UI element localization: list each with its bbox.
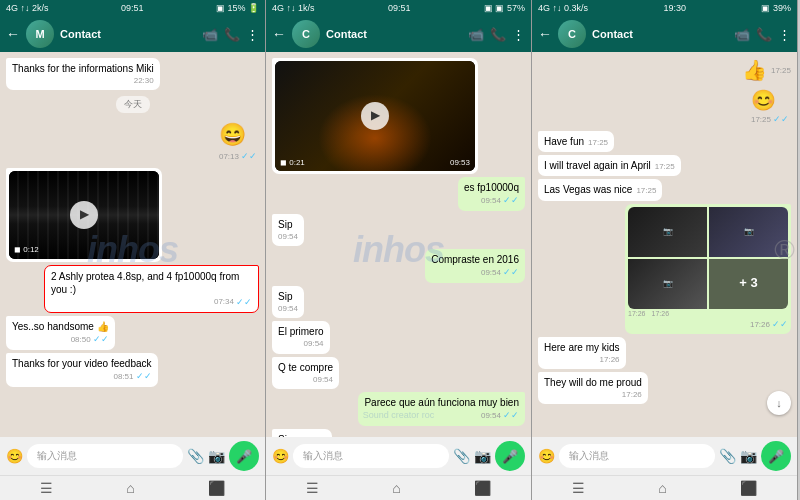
video-time-large: 09:53 (450, 158, 470, 168)
img-cell-plus[interactable]: + 3 (709, 259, 788, 309)
chat-body-1: Thanks for the informations Miki 22:30 今… (0, 52, 265, 437)
back-icon-1[interactable]: ← (6, 26, 20, 42)
play-button-1[interactable]: ▶ (70, 201, 98, 229)
message-input-3[interactable]: 输入消息 (559, 444, 715, 468)
msg-thanks: Thanks for the informations Miki 22:30 (6, 58, 160, 90)
msg-las-vegas-row: Las Vegas was nice 17:25 (544, 183, 656, 196)
back-nav-icon-3[interactable]: ⬛ (740, 480, 757, 496)
msg-time-travel: 17:25 (655, 162, 675, 172)
attach-icon-1[interactable]: 📎 (187, 448, 204, 464)
img-time-2: 17:26 (652, 309, 670, 318)
video-thumb-1[interactable]: ▶ ◼ 0:12 (9, 171, 159, 259)
play-button-large[interactable]: ▶ (361, 102, 389, 130)
status-bar-2: 4G ↑↓ 1k/s 09:51 ▣ ▣ 57% (266, 0, 531, 16)
msg-time: 22:30 (12, 76, 154, 86)
msg-text-sip2: Sip (278, 291, 292, 302)
msg-qte: Q te compre 09:54 (272, 357, 339, 389)
avatar-1: M (26, 20, 54, 48)
video-call-icon-2[interactable]: 📹 (468, 27, 484, 42)
camera-icon-1[interactable]: 📷 (208, 448, 225, 464)
chat-body-3: 👍 17:25 😊 17:25 ✓✓ Have fun 17:25 I will… (532, 52, 797, 437)
msg-handsome: Yes..so handsome 👍 08:50 ✓✓ (6, 316, 115, 350)
msg-emoji-1: 😄 07:13 ✓✓ (217, 119, 259, 164)
video-thumb-large[interactable]: ▶ ◼ 0:21 09:53 (275, 61, 475, 171)
status-right-3: ▣ 39% (761, 3, 791, 13)
plus-count: + 3 (739, 275, 757, 292)
status-left-3: 4G ↑↓ 0.3k/s (538, 3, 588, 13)
img-cell-2: 📷 (709, 207, 788, 257)
header-icons-3[interactable]: 📹 📞 ⋮ (734, 27, 791, 42)
msg-text: Thanks for the informations Miki (12, 63, 154, 74)
msg-text-primero: El primero (278, 326, 324, 337)
message-input-1[interactable]: 输入消息 (27, 444, 183, 468)
back-icon-2[interactable]: ← (272, 26, 286, 42)
header-info-2: Contact (326, 28, 462, 40)
msg-travel-row: I will travel again in April 17:25 (544, 159, 675, 172)
camera-icon-3[interactable]: 📷 (740, 448, 757, 464)
emoji-icon-2[interactable]: 😊 (272, 448, 289, 464)
msg-img-grid: 📷 📷 📷 + 3 17:26 17:26 17:26 ✓✓ (625, 204, 791, 334)
header-icons-2[interactable]: 📹 📞 ⋮ (468, 27, 525, 42)
menu-icon-2[interactable]: ⋮ (512, 27, 525, 42)
msg-time-sip1: 09:54 (278, 232, 298, 242)
img-content-1: 📷 (628, 207, 707, 257)
msg-here-kids: Here are my kids 17:26 (538, 337, 626, 369)
call-icon-1[interactable]: 📞 (224, 27, 240, 42)
attach-icon-2[interactable]: 📎 (453, 448, 470, 464)
camera-icon-2[interactable]: 📷 (474, 448, 491, 464)
msg-time-compraste: 09:54 ✓✓ (431, 267, 519, 279)
menu-nav-icon-1[interactable]: ☰ (40, 480, 53, 496)
date-divider-1: 今天 (116, 96, 150, 113)
emoji-icon-3[interactable]: 😊 (538, 448, 555, 464)
msg-time-here-kids: 17:26 (544, 355, 620, 365)
thumbs-row: 👍 17:25 (742, 58, 791, 82)
chat-header-1: ← M Contact 📹 📞 ⋮ (0, 16, 265, 52)
msg-las-vegas: Las Vegas was nice 17:25 (538, 179, 662, 200)
msg-video-large: ▶ ◼ 0:21 09:53 (272, 58, 478, 174)
phone-panel-3: 4G ↑↓ 0.3k/s 19:30 ▣ 39% ← C Contact 📹 📞… (532, 0, 798, 500)
emoji-icon-1[interactable]: 😊 (6, 448, 23, 464)
menu-icon-3[interactable]: ⋮ (778, 27, 791, 42)
video-call-icon-1[interactable]: 📹 (202, 27, 218, 42)
back-nav-icon-1[interactable]: ⬛ (208, 480, 225, 496)
header-icons-1[interactable]: 📹 📞 ⋮ (202, 27, 259, 42)
message-input-2[interactable]: 输入消息 (293, 444, 449, 468)
chat-header-3: ← C Contact 📹 📞 ⋮ (532, 16, 797, 52)
msg-text-boxed: 2 Ashly protea 4.8sp, and 4 fp10000q fro… (51, 271, 239, 295)
thumbs-time: 17:25 (771, 66, 791, 75)
menu-nav-icon-2[interactable]: ☰ (306, 480, 319, 496)
menu-nav-icon-3[interactable]: ☰ (572, 480, 585, 496)
chat-body-2: ▶ ◼ 0:21 09:53 es fp10000q 09:54 ✓✓ Sip … (266, 52, 531, 437)
menu-icon-1[interactable]: ⋮ (246, 27, 259, 42)
home-nav-icon-2[interactable]: ⌂ (392, 480, 400, 496)
img-time-1: 17:26 (628, 309, 646, 318)
msg-time-fp: 09:54 ✓✓ (464, 195, 519, 207)
back-icon-3[interactable]: ← (538, 26, 552, 42)
msg-sippp: Sippppppp 09:54 (272, 429, 332, 437)
msg-time-emoji-3: 17:25 ✓✓ (751, 114, 789, 126)
image-grid[interactable]: 📷 📷 📷 + 3 (628, 207, 788, 309)
msg-text-sippp: Sippppppp (278, 434, 326, 437)
mic-button-1[interactable]: 🎤 (229, 441, 259, 471)
scroll-down-button[interactable]: ↓ (767, 391, 791, 415)
call-icon-3[interactable]: 📞 (756, 27, 772, 42)
attach-icon-3[interactable]: 📎 (719, 448, 736, 464)
status-bar-1: 4G ↑↓ 2k/s 09:51 ▣ 15% 🔋 (0, 0, 265, 16)
back-nav-icon-2[interactable]: ⬛ (474, 480, 491, 496)
mic-button-3[interactable]: 🎤 (761, 441, 791, 471)
contact-name-1: Contact (60, 28, 196, 40)
home-nav-icon-3[interactable]: ⌂ (658, 480, 666, 496)
msg-text-las-vegas: Las Vegas was nice (544, 183, 632, 196)
msg-text-fp: es fp10000q (464, 182, 519, 193)
home-nav-icon-1[interactable]: ⌂ (126, 480, 134, 496)
input-bar-3: 😊 输入消息 📎 📷 🎤 (532, 437, 797, 475)
img-content-2: 📷 (709, 207, 788, 257)
mic-button-2[interactable]: 🎤 (495, 441, 525, 471)
nav-bar-3: ☰ ⌂ ⬛ (532, 475, 797, 500)
status-right-1: ▣ 15% 🔋 (216, 3, 259, 13)
msg-emoji-3: 😊 17:25 ✓✓ (749, 85, 791, 128)
call-icon-2[interactable]: 📞 (490, 27, 506, 42)
msg-travel: I will travel again in April 17:25 (538, 155, 681, 176)
contact-name-2: Contact (326, 28, 462, 40)
video-call-icon-3[interactable]: 📹 (734, 27, 750, 42)
